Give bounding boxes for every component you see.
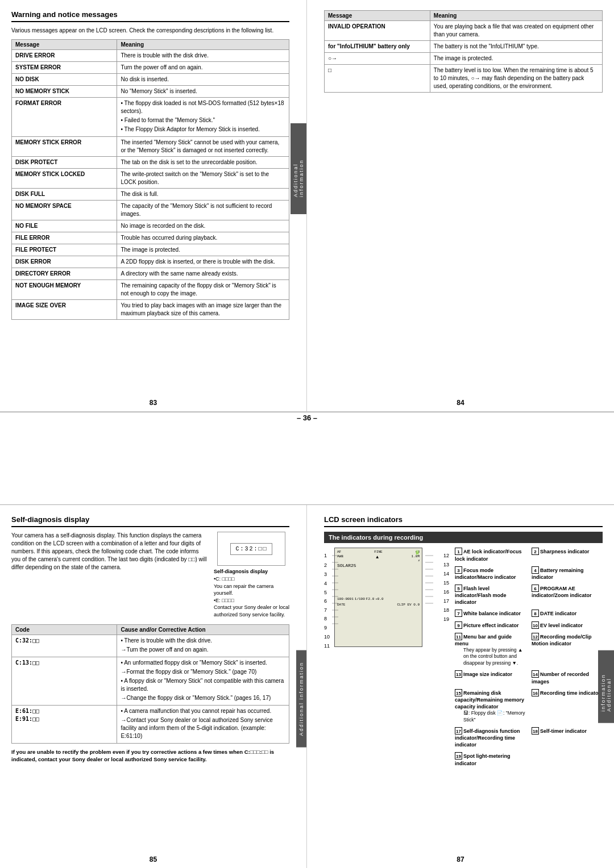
meaning-cell: The tab on the disk is set to the unreco… [117,157,289,169]
message-cell: NO MEMORY SPACE [12,201,117,220]
indicator-item: 8DATE indicator [532,610,603,617]
additional-info-tab-bottom-right: Additional information [598,650,614,723]
meaning-cell: The capacity of the "Memory Stick" is no… [117,201,289,220]
message-cell: DISK ERROR [12,256,117,268]
warning-cont-table: Message Meaning INVALID OPERATIONYou are… [324,10,603,93]
meaning-cell: The battery is not the "InfoLITHIUM" typ… [430,41,602,53]
table-row: NO MEMORY STICKNo "Memory Stick" is inse… [12,86,289,98]
message-cell: □ [325,65,430,93]
table-row: MEMORY STICK ERRORThe inserted "Memory S… [12,137,289,157]
indicator-label: Battery remaining indicator [532,567,584,580]
meaning-cell: Trouble has occurred during playback. [117,232,289,244]
indicator-item: 2Sharpness indicator [532,548,603,562]
table-row: E:61:□□ E:91:□□• A camera malfunction th… [12,705,289,743]
table-row: NO MEMORY SPACEThe capacity of the "Memo… [12,201,289,220]
table-row: DRIVE ERRORThere is trouble with the dis… [12,50,289,62]
indicator-label: Image size indicator [463,671,512,677]
message-cell: INVALID OPERATION [325,21,430,41]
warning-section: Warning and notice messages Various mess… [0,0,307,412]
warning-note: If you are unable to rectify the problem… [11,748,289,763]
indicator-item: 18Self-timer indicator [532,727,603,748]
table-row: FILE PROTECTThe image is protected. [12,244,289,256]
indicator-number: 8 [532,610,539,617]
meaning-cell: The battery level is too low. When the r… [430,65,602,93]
self-diagnosis-section: Self-diagnosis display Your camera has a… [0,505,307,868]
indicator-item: 6PROGRAM AE indicator/Zoom indicator [532,585,603,606]
indicator-number: 2 [532,548,539,555]
col-meaning-header2: Meaning [430,11,602,21]
message-cell: FILE PROTECT [12,244,117,256]
col-message-header: Message [12,40,117,50]
indicator-number: 10 [532,621,539,629]
meaning-cell: There is trouble with the disk drive. [117,50,289,62]
self-diag-legend: Self-diagnosis display •C: □□□□ You can … [214,568,289,618]
indicator-number: 19 [455,752,462,760]
indicator-label: AE lock indicator/Focus lock indicator [455,549,522,561]
indicator-item: 1AE lock indicator/Focus lock indicator [455,548,526,562]
indicator-item: 10EV level indicator [532,621,603,629]
indicator-number: 4 [532,566,539,574]
table-row: NO FILENo image is recorded on the disk. [12,220,289,232]
indicator-label: Recording time indicator [540,690,600,696]
message-cell: MEMORY STICK LOCKED [12,169,117,189]
indicator-number: 14 [532,670,539,678]
indicator-sub: 🖫: Floppy disk 📄: "Memory Stick" [455,710,526,723]
message-cell: DISK PROTECT [12,157,117,169]
indicator-label: White balance indicator [463,611,521,616]
message-cell: MEMORY STICK ERROR [12,137,117,157]
meaning-cell: Turn the power off and on again. [117,62,289,74]
warning-intro: Various messages appear on the LCD scree… [11,27,289,35]
code-cell: C:13:□□ [12,657,117,705]
table-row: DISK ERRORA 2DD floppy disk is inserted,… [12,256,289,268]
message-cell: NOT ENOUGH MEMORY [12,280,117,300]
indicator-number: 9 [455,621,462,629]
message-cell: DRIVE ERROR [12,50,117,62]
message-cell: ○→ [325,53,430,65]
page-83: 83 [150,395,157,408]
meaning-cell: The image is protected. [430,53,602,65]
col-meaning-header: Meaning [117,40,289,50]
table-row: MEMORY STICK LOCKEDThe write-protect swi… [12,169,289,189]
indicator-item: 15Remaining disk capacity/Remaining memo… [455,689,526,723]
table-row: NOT ENOUGH MEMORYThe remaining capacity … [12,280,289,300]
table-row: FILE ERRORTrouble has occurred during pl… [12,232,289,244]
meaning-cell: No image is recorded on the disk. [117,220,289,232]
indicator-number: 13 [455,670,462,678]
indicator-number: 11 [455,633,462,640]
indicator-item: 5Flash level indicator/Flash mode indica… [455,585,526,606]
indicator-label: Recording mode/Clip Motion indicator [532,634,592,646]
indicator-item: 9Picture effect indicator [455,621,526,629]
action-cell: • There is trouble with the disk drive.→… [117,635,289,657]
display-code: C:32:□□ [230,543,272,555]
code-cell: C:32:□□ [12,635,117,657]
indicators-list: 1AE lock indicator/Focus lock indicator2… [455,548,603,769]
indicator-label: Remaining disk capacity/Remaining memory… [455,690,524,710]
indicator-label: EV level indicator [540,623,583,628]
message-cell: SYSTEM ERROR [12,62,117,74]
page-85: 85 [150,852,157,865]
indicator-label: Menu bar and guide menu [455,634,512,646]
indicator-label: Picture effect indicator [463,623,519,628]
indicator-label: Number of recorded images [532,671,589,684]
indicator-number: 7 [455,610,462,617]
indicator-number: 15 [455,689,462,696]
indicator-label: Flash level indicator/Flash mode indicat… [455,586,507,605]
warning-continuation: Message Meaning INVALID OPERATIONYou are… [307,0,614,412]
code-cell: E:61:□□ E:91:□□ [12,705,117,743]
indicator-item: 7White balance indicator [455,610,526,617]
message-cell: NO FILE [12,220,117,232]
meaning-cell: No disk is inserted. [117,74,289,86]
indicator-item: 14Number of recorded images [532,670,603,685]
self-diagnosis-intro: Your camera has a self-diagnosis display… [11,532,207,618]
additional-info-tab-bottom-left: Additional information [296,650,306,748]
meaning-cell: You are playing back a file that was cre… [430,21,602,41]
indicator-number: 12 [532,633,539,640]
indicator-item: 19Spot light-metering indicator [455,752,526,766]
indicator-item: 17Self-diagnosis function indicator/Reco… [455,727,526,748]
lcd-left-numbers: 123 456 789 1011 [324,553,330,649]
col-action-header: Cause and/or Corrective Action [117,624,289,635]
action-cell: • An unformatted floppy disk or "Memory … [117,657,289,705]
indicator-label: Self-diagnosis function indicator/Record… [455,728,520,748]
table-row: DISK FULLThe disk is full. [12,189,289,201]
message-cell: NO MEMORY STICK [12,86,117,98]
